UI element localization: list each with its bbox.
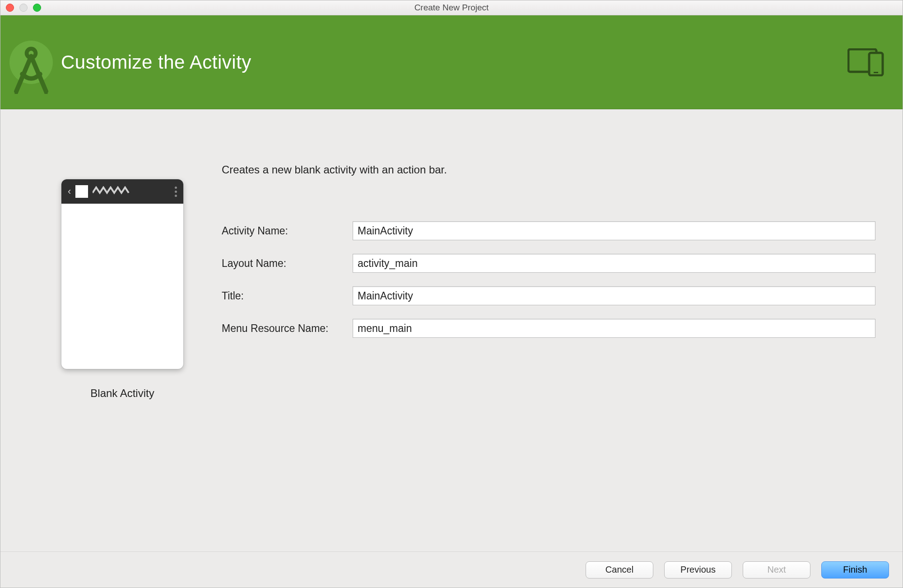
header-left: Customize the Activity [9, 41, 251, 84]
app-icon-placeholder [75, 185, 88, 198]
minimize-window-button[interactable] [19, 4, 28, 12]
next-button: Next [743, 561, 810, 579]
form-grid: Activity Name: Layout Name: Title: Menu … [222, 221, 884, 338]
wizard-title: Customize the Activity [61, 51, 251, 73]
cancel-button[interactable]: Cancel [586, 561, 653, 579]
preview-label: Blank Activity [90, 387, 154, 400]
android-studio-logo-icon [9, 41, 53, 84]
title-label: Title: [222, 290, 348, 302]
wizard-header: Customize the Activity [0, 15, 903, 109]
menu-resource-label: Menu Resource Name: [222, 322, 348, 335]
wizard-content: ‹ Blank Activity Creates a new blank act… [0, 109, 903, 551]
window-controls [6, 4, 41, 12]
chevron-left-icon: ‹ [68, 186, 71, 197]
finish-button[interactable]: Finish [821, 561, 889, 579]
title-squiggle-icon [93, 186, 170, 197]
activity-preview: ‹ Blank Activity [55, 179, 190, 551]
activity-preview-card: ‹ [61, 179, 183, 369]
svg-rect-5 [874, 72, 878, 73]
close-window-button[interactable] [6, 4, 14, 12]
preview-actionbar: ‹ [61, 179, 183, 204]
activity-name-label: Activity Name: [222, 225, 348, 237]
wizard-description: Creates a new blank activity with an act… [222, 163, 884, 176]
form-panel: Creates a new blank activity with an act… [222, 127, 884, 551]
wizard-window: Create New Project Customize the Activit… [0, 0, 903, 588]
titlebar: Create New Project [0, 0, 903, 15]
layout-name-label: Layout Name: [222, 257, 348, 270]
devices-icon [847, 48, 886, 76]
maximize-window-button[interactable] [33, 4, 41, 12]
activity-name-input[interactable] [353, 221, 875, 240]
layout-name-input[interactable] [353, 254, 875, 273]
menu-resource-input[interactable] [353, 319, 875, 338]
title-input[interactable] [353, 286, 875, 305]
previous-button[interactable]: Previous [664, 561, 732, 579]
window-title: Create New Project [414, 3, 489, 13]
overflow-menu-icon [175, 187, 177, 197]
wizard-footer: Cancel Previous Next Finish [0, 551, 903, 588]
